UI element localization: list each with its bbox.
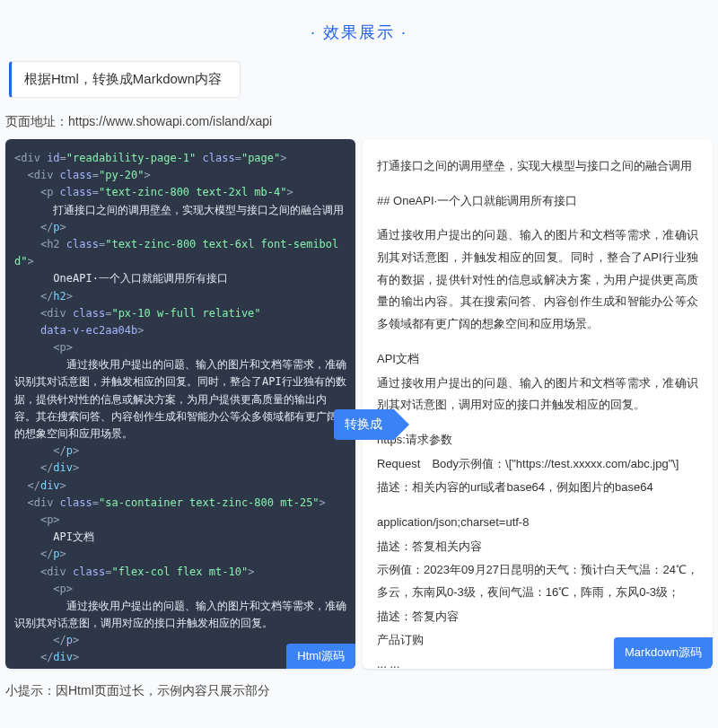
md-line: 示例值：2023年09月27日昆明的天气：预计白天气温：24℃，多云，东南风0-… [377,559,698,603]
feature-tag: 根据Html，转换成Markdown内容 [9,61,241,98]
url-value: https://www.showapi.com/island/xapi [68,114,272,128]
section-title: · 效果展示 · [0,0,718,61]
comparison-panels: <div id="readability-page-1" class="page… [0,139,718,669]
md-line: Request Body示例值：\["https://test.xxxxx.co… [377,453,698,476]
arrow-label: 转换成 [334,409,393,440]
arrow-head-icon [393,408,409,441]
md-line: ## OneAPI·一个入口就能调用所有接口 [377,190,698,213]
html-badge: Html源码 [286,644,355,669]
md-line: API文档 [377,348,698,371]
md-line: 描述：相关内容的url或者base64，例如图片的base64 [377,477,698,499]
markdown-badge: Markdown源码 [614,637,713,669]
html-source-panel: <div id="readability-page-1" class="page… [5,139,355,669]
md-line: 打通接口之间的调用壁垒，实现大模型与接口之间的融合调用 [377,155,698,178]
page-url-row: 页面地址：https://www.showapi.com/island/xapi [5,114,718,130]
md-line: 描述：答复内容 [377,606,698,628]
code-block: <div id="readability-page-1" class="page… [14,150,346,669]
url-label: 页面地址： [5,114,68,128]
footer-hint: 小提示：因Html页面过长，示例内容只展示部分 [0,669,718,721]
md-line: 描述：答复相关内容 [377,536,698,558]
md-line: 通过接收用户提出的问题、输入的图片和文档等需求，准确识别其对话意图，并触发相应的… [377,224,698,335]
md-line: application/json;charset=utf-8 [377,512,698,534]
convert-arrow: 转换成 [334,408,409,441]
md-line: 通过接收用户提出的问题、输入的图片和文档等需求，准确识别其对话意图，调用对应的接… [377,373,698,417]
md-line: https:请求参数 [377,429,698,452]
markdown-output-panel: 打通接口之间的调用壁垒，实现大模型与接口之间的融合调用 ## OneAPI·一个… [363,139,713,669]
